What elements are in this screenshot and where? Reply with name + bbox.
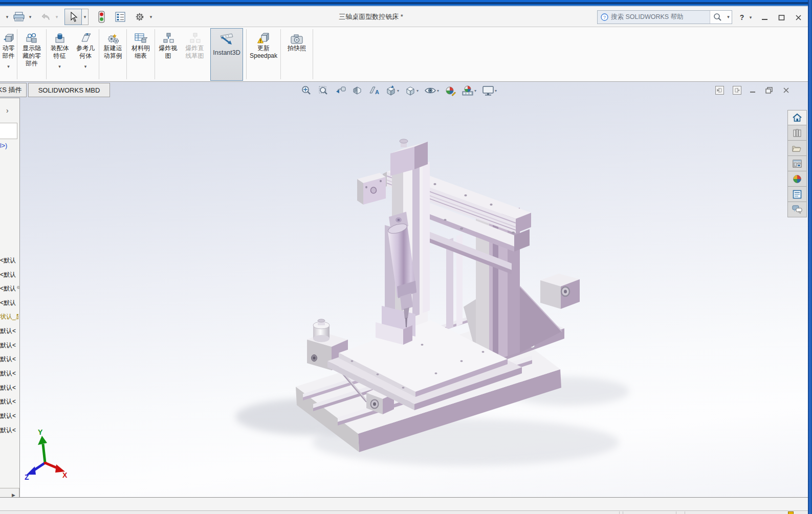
help-button[interactable]: ? bbox=[737, 12, 747, 23]
gear-caret-icon[interactable] bbox=[147, 9, 155, 25]
undo-caret-icon bbox=[53, 9, 60, 25]
ribbon-snapshot-button[interactable]: 拍快照 bbox=[282, 27, 312, 82]
cnc-machine-3d-model[interactable]: Y Z X bbox=[0, 82, 812, 497]
printer-icon[interactable] bbox=[11, 9, 27, 25]
solidworks-search[interactable]: ? 搜索 SOLIDWORKS 帮助 bbox=[597, 10, 732, 24]
new-motion-study-icon bbox=[106, 31, 120, 44]
graphics-area[interactable]: KS 插件 SOLIDWORKS MBD A ▾ ▾ ▾ ▾ ▾ › l>) <… bbox=[0, 82, 812, 497]
qat-overflow-caret-icon[interactable] bbox=[3, 9, 11, 25]
reference-triad: Y Z X bbox=[25, 428, 68, 481]
search-placeholder: 搜索 SOLIDWORKS 帮助 bbox=[611, 13, 684, 21]
task-pane-appearances-button[interactable] bbox=[787, 171, 807, 187]
select-tool-button[interactable] bbox=[64, 9, 82, 25]
task-pane-tabs bbox=[787, 110, 807, 217]
ribbon-move-component-button[interactable]: 动零部件 bbox=[0, 27, 17, 82]
search-input[interactable]: ? 搜索 SOLIDWORKS 帮助 bbox=[598, 11, 710, 24]
minimize-button[interactable] bbox=[758, 12, 771, 23]
status-bar bbox=[0, 497, 812, 510]
search-magnifier-icon[interactable] bbox=[710, 11, 725, 24]
move-component-caret-icon[interactable] bbox=[7, 61, 10, 70]
reference-geometry-caret-icon[interactable] bbox=[84, 61, 87, 70]
bottom-status-strip bbox=[0, 510, 812, 514]
desktop-edge-strip bbox=[808, 0, 812, 514]
svg-text:Y: Y bbox=[38, 428, 43, 436]
search-caret-icon[interactable] bbox=[725, 11, 732, 24]
ribbon-exploded-view-button[interactable]: 爆炸视图 bbox=[156, 27, 181, 82]
title-bar: 三轴桌面型数控铣床 * ? 搜索 SOLIDWORKS 帮助 ? bbox=[0, 7, 812, 27]
undo-icon bbox=[38, 9, 53, 25]
command-manager-ribbon: 动零部件 显示隐藏的零部件 装配体特征 参考几何体 新建运动算例 材料明细表 bbox=[0, 27, 812, 82]
task-pane-view-palette-button[interactable] bbox=[787, 156, 807, 171]
status-strip-icon bbox=[788, 511, 794, 514]
rebuild-traffic-light-icon[interactable] bbox=[95, 9, 108, 25]
snapshot-camera-icon bbox=[290, 31, 303, 44]
maximize-button[interactable] bbox=[775, 12, 787, 23]
task-pane-home-button[interactable] bbox=[787, 110, 807, 125]
close-button[interactable] bbox=[792, 12, 804, 23]
ribbon-reference-geometry-button[interactable]: 参考几何体 bbox=[73, 27, 98, 82]
bill-of-materials-icon bbox=[134, 31, 147, 44]
properties-list-icon[interactable] bbox=[113, 9, 127, 25]
gear-icon[interactable] bbox=[133, 9, 147, 25]
instant3d-icon bbox=[218, 33, 235, 46]
assembly-features-caret-icon[interactable] bbox=[58, 61, 61, 70]
printer-caret-icon[interactable] bbox=[27, 9, 34, 25]
task-pane-design-library-button[interactable] bbox=[787, 125, 807, 141]
ribbon-show-hidden-components-button[interactable]: 显示隐藏的零部件 bbox=[18, 27, 46, 82]
show-hidden-components-icon bbox=[25, 31, 38, 44]
move-component-icon bbox=[3, 31, 15, 44]
ribbon-assembly-features-button[interactable]: 装配体特征 bbox=[47, 27, 72, 82]
select-tool-caret-icon[interactable] bbox=[82, 9, 89, 25]
reference-geometry-icon bbox=[79, 31, 92, 44]
ribbon-new-motion-study-button[interactable]: 新建运动算例 bbox=[100, 27, 126, 82]
task-pane-custom-properties-button[interactable] bbox=[787, 187, 807, 202]
svg-text:X: X bbox=[62, 471, 68, 479]
ribbon-instant3d-button[interactable]: Instant3D bbox=[210, 28, 243, 81]
assembly-features-icon bbox=[54, 31, 66, 44]
explode-line-sketch-icon bbox=[188, 31, 202, 44]
exploded-view-icon bbox=[162, 31, 175, 44]
task-pane-file-explorer-button[interactable] bbox=[787, 141, 807, 156]
quick-access-toolbar bbox=[0, 7, 155, 27]
task-pane-forum-button[interactable] bbox=[787, 202, 807, 217]
window-top-accent bbox=[0, 0, 812, 7]
svg-text:Z: Z bbox=[25, 473, 29, 481]
svg-text:?: ? bbox=[603, 15, 606, 20]
help-caret-icon[interactable] bbox=[748, 12, 754, 23]
ribbon-update-speedpak-button[interactable]: 更新Speedpak bbox=[248, 27, 279, 82]
update-speedpak-icon bbox=[257, 31, 270, 44]
help-circle-icon: ? bbox=[601, 13, 608, 21]
ribbon-bill-of-materials-button[interactable]: 材料明细表 bbox=[127, 27, 154, 82]
ribbon-explode-line-sketch-button: 爆炸直线草图 bbox=[181, 27, 208, 82]
document-title: 三轴桌面型数控铣床 * bbox=[287, 7, 455, 27]
